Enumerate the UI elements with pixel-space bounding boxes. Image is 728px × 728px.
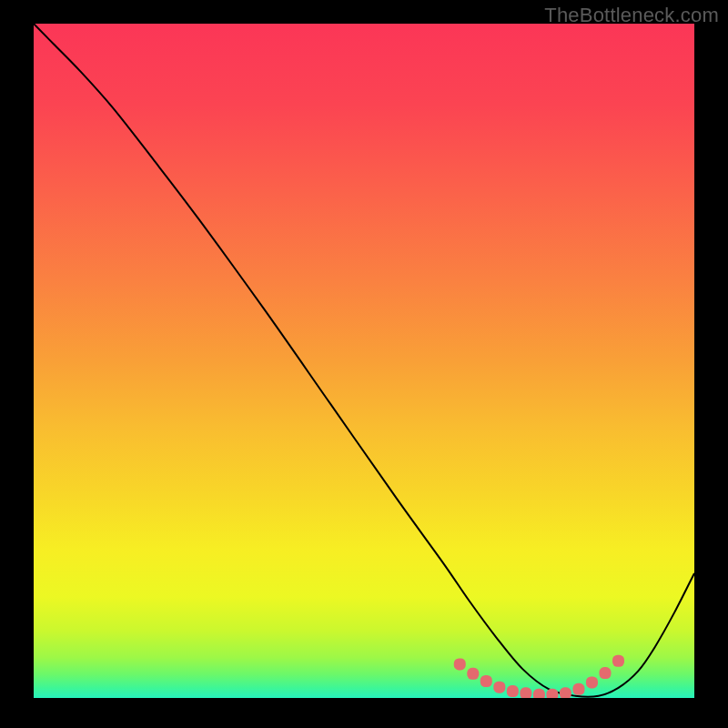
valley-marker [546,689,558,698]
plot-area [34,24,694,698]
valley-marker [560,687,571,698]
valley-marker [533,689,545,698]
bottleneck-chart [34,24,694,698]
valley-marker [612,655,624,667]
valley-marker [572,683,584,695]
valley-marker [599,667,611,679]
valley-marker [520,687,531,698]
watermark-text: TheBottleneck.com [544,4,719,27]
valley-marker [493,682,505,693]
gradient-background [34,24,694,698]
valley-marker [480,675,492,687]
valley-marker [586,676,598,688]
valley-marker [507,685,519,697]
valley-marker [454,658,466,670]
chart-frame: TheBottleneck.com [0,0,728,728]
valley-marker [467,668,479,680]
